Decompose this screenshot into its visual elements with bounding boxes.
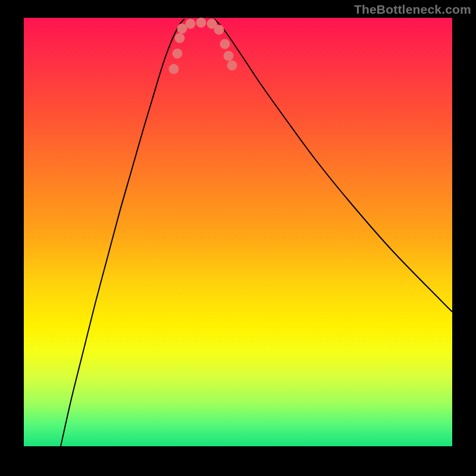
marker-dot [224,51,233,61]
plot-area [24,18,452,446]
marker-dot [227,61,237,70]
curve-left-branch [61,19,184,446]
marker-group [169,18,237,74]
marker-dot [169,64,178,74]
marker-dot [175,33,184,43]
marker-dot [220,39,230,49]
marker-dot [173,49,182,58]
watermark-text: TheBottleneck.com [354,2,471,17]
chart-frame: TheBottleneck.com [0,0,476,476]
chart-svg [24,18,452,446]
marker-dot [214,25,224,35]
marker-dot [196,18,206,27]
curve-right-branch [214,19,452,312]
marker-dot [177,24,187,33]
marker-dot [186,19,195,29]
